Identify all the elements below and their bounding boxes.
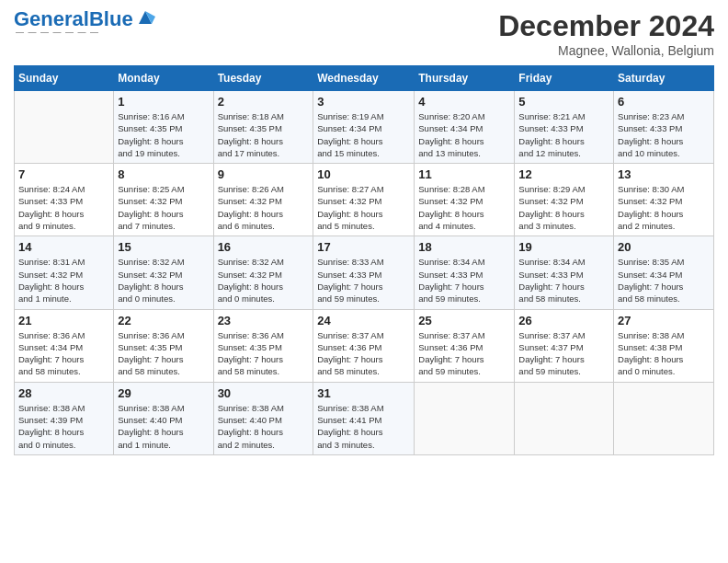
day-number: 16 [218, 240, 310, 254]
calendar-cell: 10Sunrise: 8:27 AM Sunset: 4:32 PM Dayli… [313, 164, 415, 236]
day-info: Sunrise: 8:37 AM Sunset: 4:36 PM Dayligh… [418, 329, 510, 378]
calendar-cell: 28Sunrise: 8:38 AM Sunset: 4:39 PM Dayli… [15, 382, 114, 454]
day-info: Sunrise: 8:38 AM Sunset: 4:41 PM Dayligh… [317, 402, 410, 451]
day-info: Sunrise: 8:32 AM Sunset: 4:32 PM Dayligh… [118, 256, 209, 304]
month-title: December 2024 [498, 9, 714, 43]
col-friday: Friday [515, 66, 614, 91]
day-info: Sunrise: 8:38 AM Sunset: 4:39 PM Dayligh… [18, 402, 109, 451]
day-number: 25 [418, 314, 510, 327]
calendar-cell: 14Sunrise: 8:31 AM Sunset: 4:32 PM Dayli… [15, 236, 114, 309]
day-number: 28 [18, 386, 109, 400]
calendar-cell [415, 382, 515, 454]
calendar-cell: 5Sunrise: 8:21 AM Sunset: 4:33 PM Daylig… [515, 91, 614, 164]
day-info: Sunrise: 8:33 AM Sunset: 4:33 PM Dayligh… [317, 256, 410, 304]
calendar-table: Sunday Monday Tuesday Wednesday Thursday… [14, 65, 714, 455]
calendar-week-row: 7Sunrise: 8:24 AM Sunset: 4:33 PM Daylig… [15, 164, 714, 236]
day-number: 17 [317, 240, 410, 254]
calendar-cell [15, 91, 114, 164]
day-info: Sunrise: 8:38 AM Sunset: 4:40 PM Dayligh… [218, 402, 310, 451]
day-info: Sunrise: 8:38 AM Sunset: 4:38 PM Dayligh… [618, 329, 710, 378]
calendar-cell: 27Sunrise: 8:38 AM Sunset: 4:38 PM Dayli… [614, 309, 714, 382]
calendar-week-row: 28Sunrise: 8:38 AM Sunset: 4:39 PM Dayli… [15, 382, 714, 454]
calendar-cell: 24Sunrise: 8:37 AM Sunset: 4:36 PM Dayli… [313, 309, 415, 382]
day-number: 31 [317, 386, 410, 400]
day-info: Sunrise: 8:30 AM Sunset: 4:32 PM Dayligh… [618, 183, 710, 232]
page-header: GeneralBlue — — — — — — — December 2024 … [14, 9, 714, 58]
day-number: 3 [317, 95, 410, 109]
calendar-cell: 19Sunrise: 8:34 AM Sunset: 4:33 PM Dayli… [515, 236, 614, 309]
day-number: 6 [618, 95, 710, 109]
col-tuesday: Tuesday [213, 66, 313, 91]
day-info: Sunrise: 8:16 AM Sunset: 4:35 PM Dayligh… [118, 110, 209, 159]
calendar-cell: 1Sunrise: 8:16 AM Sunset: 4:35 PM Daylig… [114, 91, 213, 164]
day-number: 27 [618, 314, 710, 327]
title-block: December 2024 Magnee, Wallonia, Belgium [498, 9, 714, 58]
day-info: Sunrise: 8:32 AM Sunset: 4:32 PM Dayligh… [218, 256, 310, 304]
day-number: 13 [618, 167, 710, 181]
day-info: Sunrise: 8:18 AM Sunset: 4:35 PM Dayligh… [218, 110, 310, 159]
calendar-cell: 2Sunrise: 8:18 AM Sunset: 4:35 PM Daylig… [213, 91, 313, 164]
day-number: 5 [518, 95, 609, 109]
day-info: Sunrise: 8:38 AM Sunset: 4:40 PM Dayligh… [118, 402, 209, 451]
day-info: Sunrise: 8:29 AM Sunset: 4:32 PM Dayligh… [518, 183, 609, 232]
calendar-cell: 29Sunrise: 8:38 AM Sunset: 4:40 PM Dayli… [114, 382, 213, 454]
calendar-cell: 23Sunrise: 8:36 AM Sunset: 4:35 PM Dayli… [213, 309, 313, 382]
calendar-cell: 22Sunrise: 8:36 AM Sunset: 4:35 PM Dayli… [114, 309, 213, 382]
calendar-header-row: Sunday Monday Tuesday Wednesday Thursday… [15, 66, 714, 91]
day-number: 18 [418, 240, 510, 254]
day-number: 23 [218, 314, 310, 327]
col-monday: Monday [114, 66, 213, 91]
day-number: 1 [118, 95, 209, 109]
day-info: Sunrise: 8:37 AM Sunset: 4:36 PM Dayligh… [317, 329, 410, 378]
calendar-cell: 12Sunrise: 8:29 AM Sunset: 4:32 PM Dayli… [515, 164, 614, 236]
day-number: 20 [618, 240, 710, 254]
day-number: 2 [218, 95, 310, 109]
logo: GeneralBlue — — — — — — — [14, 9, 155, 37]
day-number: 26 [518, 314, 609, 327]
col-sunday: Sunday [15, 66, 114, 91]
calendar-cell: 4Sunrise: 8:20 AM Sunset: 4:34 PM Daylig… [415, 91, 515, 164]
calendar-cell: 15Sunrise: 8:32 AM Sunset: 4:32 PM Dayli… [114, 236, 213, 309]
calendar-cell: 30Sunrise: 8:38 AM Sunset: 4:40 PM Dayli… [213, 382, 313, 454]
calendar-cell: 18Sunrise: 8:34 AM Sunset: 4:33 PM Dayli… [415, 236, 515, 309]
calendar-cell: 16Sunrise: 8:32 AM Sunset: 4:32 PM Dayli… [213, 236, 313, 309]
location: Magnee, Wallonia, Belgium [498, 43, 714, 58]
day-number: 12 [518, 167, 609, 181]
day-info: Sunrise: 8:25 AM Sunset: 4:32 PM Dayligh… [118, 183, 209, 232]
day-number: 29 [118, 386, 209, 400]
day-info: Sunrise: 8:21 AM Sunset: 4:33 PM Dayligh… [518, 110, 609, 159]
day-number: 14 [18, 240, 109, 254]
calendar-cell: 3Sunrise: 8:19 AM Sunset: 4:34 PM Daylig… [313, 91, 415, 164]
day-info: Sunrise: 8:36 AM Sunset: 4:35 PM Dayligh… [118, 329, 209, 378]
calendar-cell [515, 382, 614, 454]
day-number: 11 [418, 167, 510, 181]
col-wednesday: Wednesday [313, 66, 415, 91]
day-info: Sunrise: 8:35 AM Sunset: 4:34 PM Dayligh… [618, 256, 710, 304]
day-number: 8 [118, 167, 209, 181]
calendar-cell [614, 382, 714, 454]
calendar-cell: 17Sunrise: 8:33 AM Sunset: 4:33 PM Dayli… [313, 236, 415, 309]
calendar-cell: 11Sunrise: 8:28 AM Sunset: 4:32 PM Dayli… [415, 164, 515, 236]
day-number: 7 [18, 167, 109, 181]
day-info: Sunrise: 8:28 AM Sunset: 4:32 PM Dayligh… [418, 183, 510, 232]
logo-text: GeneralBlue [14, 9, 133, 29]
calendar-cell: 31Sunrise: 8:38 AM Sunset: 4:41 PM Dayli… [313, 382, 415, 454]
day-info: Sunrise: 8:37 AM Sunset: 4:37 PM Dayligh… [518, 329, 609, 378]
calendar-cell: 20Sunrise: 8:35 AM Sunset: 4:34 PM Dayli… [614, 236, 714, 309]
day-info: Sunrise: 8:19 AM Sunset: 4:34 PM Dayligh… [317, 110, 410, 159]
day-number: 9 [218, 167, 310, 181]
day-number: 4 [418, 95, 510, 109]
day-number: 24 [317, 314, 410, 327]
calendar-cell: 9Sunrise: 8:26 AM Sunset: 4:32 PM Daylig… [213, 164, 313, 236]
calendar-cell: 7Sunrise: 8:24 AM Sunset: 4:33 PM Daylig… [15, 164, 114, 236]
calendar-week-row: 21Sunrise: 8:36 AM Sunset: 4:34 PM Dayli… [15, 309, 714, 382]
day-number: 15 [118, 240, 209, 254]
col-saturday: Saturday [614, 66, 714, 91]
day-number: 10 [317, 167, 410, 181]
day-info: Sunrise: 8:27 AM Sunset: 4:32 PM Dayligh… [317, 183, 410, 232]
day-number: 22 [118, 314, 209, 327]
day-info: Sunrise: 8:34 AM Sunset: 4:33 PM Dayligh… [518, 256, 609, 304]
logo-icon [135, 7, 155, 28]
calendar-week-row: 1Sunrise: 8:16 AM Sunset: 4:35 PM Daylig… [15, 91, 714, 164]
logo-tagline: — — — — — — — [16, 28, 155, 37]
